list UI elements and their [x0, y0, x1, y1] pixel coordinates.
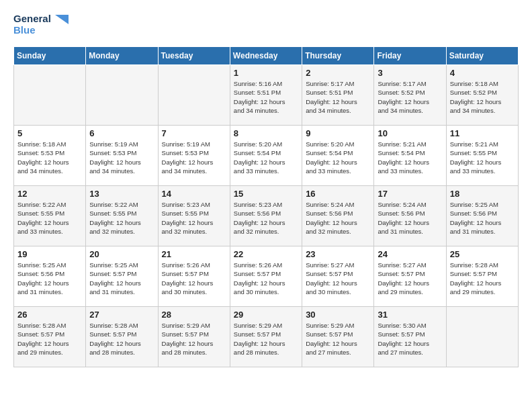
- calendar-cell: 21Sunrise: 5:26 AM Sunset: 5:57 PM Dayli…: [158, 246, 230, 307]
- calendar-cell: 6Sunrise: 5:19 AM Sunset: 5:53 PM Daylig…: [86, 126, 158, 186]
- day-number: 10: [378, 128, 442, 138]
- calendar-cell: [158, 65, 230, 126]
- day-info: Sunrise: 5:25 AM Sunset: 5:56 PM Dayligh…: [450, 200, 515, 236]
- calendar-cell: 20Sunrise: 5:25 AM Sunset: 5:57 PM Dayli…: [86, 246, 158, 307]
- day-info: Sunrise: 5:29 AM Sunset: 5:57 PM Dayligh…: [306, 321, 370, 357]
- svg-marker-0: [55, 15, 69, 24]
- calendar-week-row: 19Sunrise: 5:25 AM Sunset: 5:56 PM Dayli…: [14, 246, 519, 307]
- day-info: Sunrise: 5:20 AM Sunset: 5:54 PM Dayligh…: [306, 140, 370, 175]
- calendar-cell: 10Sunrise: 5:21 AM Sunset: 5:54 PM Dayli…: [374, 126, 446, 186]
- day-number: 23: [306, 249, 370, 259]
- day-number: 7: [162, 128, 226, 138]
- calendar-cell: 13Sunrise: 5:22 AM Sunset: 5:55 PM Dayli…: [86, 186, 158, 246]
- day-number: 24: [378, 249, 442, 259]
- day-info: Sunrise: 5:23 AM Sunset: 5:55 PM Dayligh…: [162, 200, 226, 236]
- logo: General Blue: [13, 13, 69, 36]
- day-info: Sunrise: 5:17 AM Sunset: 5:51 PM Dayligh…: [306, 79, 370, 115]
- weekday-header-saturday: Saturday: [446, 47, 518, 65]
- day-number: 21: [162, 249, 226, 259]
- calendar-cell: 31Sunrise: 5:30 AM Sunset: 5:57 PM Dayli…: [374, 307, 446, 367]
- day-info: Sunrise: 5:30 AM Sunset: 5:57 PM Dayligh…: [378, 321, 442, 357]
- weekday-header-thursday: Thursday: [302, 47, 374, 65]
- day-info: Sunrise: 5:19 AM Sunset: 5:53 PM Dayligh…: [89, 140, 154, 175]
- calendar-cell: 26Sunrise: 5:28 AM Sunset: 5:57 PM Dayli…: [14, 307, 86, 367]
- calendar-week-row: 26Sunrise: 5:28 AM Sunset: 5:57 PM Dayli…: [14, 307, 519, 367]
- day-info: Sunrise: 5:24 AM Sunset: 5:56 PM Dayligh…: [378, 200, 442, 236]
- day-number: 2: [306, 68, 370, 78]
- calendar-cell: 24Sunrise: 5:27 AM Sunset: 5:57 PM Dayli…: [374, 246, 446, 307]
- day-number: 18: [450, 189, 515, 199]
- day-info: Sunrise: 5:20 AM Sunset: 5:54 PM Dayligh…: [234, 140, 298, 175]
- day-info: Sunrise: 5:27 AM Sunset: 5:57 PM Dayligh…: [306, 261, 370, 296]
- logo-triangle-icon: [55, 15, 69, 24]
- calendar-cell: 11Sunrise: 5:21 AM Sunset: 5:55 PM Dayli…: [446, 126, 518, 186]
- weekday-header-wednesday: Wednesday: [230, 47, 302, 65]
- logo-text: General Blue: [13, 13, 69, 36]
- day-number: 3: [378, 68, 442, 78]
- day-info: Sunrise: 5:22 AM Sunset: 5:55 PM Dayligh…: [17, 200, 82, 236]
- weekday-header-sunday: Sunday: [14, 47, 86, 65]
- day-number: 16: [306, 189, 370, 199]
- day-number: 19: [17, 249, 82, 259]
- day-info: Sunrise: 5:22 AM Sunset: 5:55 PM Dayligh…: [89, 200, 154, 236]
- calendar-cell: [446, 307, 518, 367]
- day-number: 30: [306, 310, 370, 320]
- weekday-header-row: SundayMondayTuesdayWednesdayThursdayFrid…: [14, 47, 519, 65]
- day-number: 31: [378, 310, 442, 320]
- day-number: 1: [234, 68, 298, 78]
- weekday-header-tuesday: Tuesday: [158, 47, 230, 65]
- calendar-cell: [14, 65, 86, 126]
- day-info: Sunrise: 5:19 AM Sunset: 5:53 PM Dayligh…: [162, 140, 226, 175]
- weekday-header-monday: Monday: [86, 47, 158, 65]
- calendar-week-row: 5Sunrise: 5:18 AM Sunset: 5:53 PM Daylig…: [14, 126, 519, 186]
- calendar-cell: 16Sunrise: 5:24 AM Sunset: 5:56 PM Dayli…: [302, 186, 374, 246]
- day-number: 13: [89, 189, 154, 199]
- day-number: 6: [89, 128, 154, 138]
- calendar-cell: 30Sunrise: 5:29 AM Sunset: 5:57 PM Dayli…: [302, 307, 374, 367]
- calendar-cell: 29Sunrise: 5:29 AM Sunset: 5:57 PM Dayli…: [230, 307, 302, 367]
- calendar-cell: 1Sunrise: 5:16 AM Sunset: 5:51 PM Daylig…: [230, 65, 302, 126]
- day-info: Sunrise: 5:24 AM Sunset: 5:56 PM Dayligh…: [306, 200, 370, 236]
- day-info: Sunrise: 5:29 AM Sunset: 5:57 PM Dayligh…: [234, 321, 298, 357]
- calendar-cell: [86, 65, 158, 126]
- day-info: Sunrise: 5:16 AM Sunset: 5:51 PM Dayligh…: [234, 79, 298, 115]
- day-info: Sunrise: 5:29 AM Sunset: 5:57 PM Dayligh…: [162, 321, 226, 357]
- calendar-week-row: 12Sunrise: 5:22 AM Sunset: 5:55 PM Dayli…: [14, 186, 519, 246]
- calendar-cell: 12Sunrise: 5:22 AM Sunset: 5:55 PM Dayli…: [14, 186, 86, 246]
- calendar-cell: 2Sunrise: 5:17 AM Sunset: 5:51 PM Daylig…: [302, 65, 374, 126]
- calendar-cell: 9Sunrise: 5:20 AM Sunset: 5:54 PM Daylig…: [302, 126, 374, 186]
- day-info: Sunrise: 5:28 AM Sunset: 5:57 PM Dayligh…: [89, 321, 154, 357]
- day-info: Sunrise: 5:26 AM Sunset: 5:57 PM Dayligh…: [234, 261, 298, 296]
- calendar-cell: 27Sunrise: 5:28 AM Sunset: 5:57 PM Dayli…: [86, 307, 158, 367]
- day-info: Sunrise: 5:21 AM Sunset: 5:55 PM Dayligh…: [450, 140, 515, 175]
- day-number: 29: [234, 310, 298, 320]
- calendar-cell: 28Sunrise: 5:29 AM Sunset: 5:57 PM Dayli…: [158, 307, 230, 367]
- day-info: Sunrise: 5:25 AM Sunset: 5:57 PM Dayligh…: [89, 261, 154, 296]
- day-info: Sunrise: 5:21 AM Sunset: 5:54 PM Dayligh…: [378, 140, 442, 175]
- page-header: General Blue: [13, 13, 519, 36]
- calendar-cell: 4Sunrise: 5:18 AM Sunset: 5:52 PM Daylig…: [446, 65, 518, 126]
- calendar-cell: 18Sunrise: 5:25 AM Sunset: 5:56 PM Dayli…: [446, 186, 518, 246]
- day-number: 25: [450, 249, 515, 259]
- day-number: 12: [17, 189, 82, 199]
- day-info: Sunrise: 5:28 AM Sunset: 5:57 PM Dayligh…: [17, 321, 82, 357]
- calendar-cell: 5Sunrise: 5:18 AM Sunset: 5:53 PM Daylig…: [14, 126, 86, 186]
- day-number: 15: [234, 189, 298, 199]
- calendar-cell: 14Sunrise: 5:23 AM Sunset: 5:55 PM Dayli…: [158, 186, 230, 246]
- calendar-cell: 25Sunrise: 5:28 AM Sunset: 5:57 PM Dayli…: [446, 246, 518, 307]
- calendar-cell: 15Sunrise: 5:23 AM Sunset: 5:56 PM Dayli…: [230, 186, 302, 246]
- day-info: Sunrise: 5:18 AM Sunset: 5:53 PM Dayligh…: [17, 140, 82, 175]
- day-info: Sunrise: 5:23 AM Sunset: 5:56 PM Dayligh…: [234, 200, 298, 236]
- day-number: 28: [162, 310, 226, 320]
- day-number: 22: [234, 249, 298, 259]
- day-number: 27: [89, 310, 154, 320]
- calendar-cell: 7Sunrise: 5:19 AM Sunset: 5:53 PM Daylig…: [158, 126, 230, 186]
- calendar-cell: 8Sunrise: 5:20 AM Sunset: 5:54 PM Daylig…: [230, 126, 302, 186]
- calendar-cell: 19Sunrise: 5:25 AM Sunset: 5:56 PM Dayli…: [14, 246, 86, 307]
- calendar-cell: 23Sunrise: 5:27 AM Sunset: 5:57 PM Dayli…: [302, 246, 374, 307]
- calendar-cell: 17Sunrise: 5:24 AM Sunset: 5:56 PM Dayli…: [374, 186, 446, 246]
- day-number: 20: [89, 249, 154, 259]
- day-info: Sunrise: 5:27 AM Sunset: 5:57 PM Dayligh…: [378, 261, 442, 296]
- calendar-table: SundayMondayTuesdayWednesdayThursdayFrid…: [13, 46, 519, 367]
- day-number: 11: [450, 128, 515, 138]
